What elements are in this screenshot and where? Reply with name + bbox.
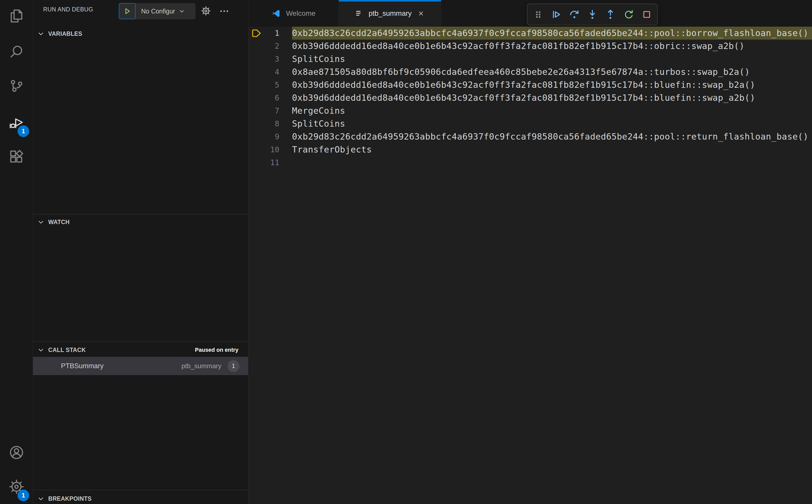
call-stack-frames: PTBSummary ptb_summary 1 (33, 357, 248, 375)
search-icon (8, 43, 25, 61)
code-lines: 1 0xb29d83c26cdd2a64959263abbcfc4a6937f0… (248, 27, 812, 169)
debug-badge: 1 (18, 125, 29, 137)
extensions-icon (8, 148, 25, 166)
line-text: 0x8ae871505a80d8bf6bf9c05906cda6edfeea46… (292, 65, 812, 78)
launch-controls: No Configur (119, 3, 195, 19)
stop-button[interactable] (638, 5, 655, 24)
line-number: 10 (248, 143, 279, 156)
step-over-icon (569, 9, 580, 20)
variables-section-header[interactable]: VARIABLES (33, 26, 248, 41)
tab-welcome-label: Welcome (286, 9, 315, 18)
step-out-icon (605, 9, 616, 20)
line-number: 4 (248, 65, 279, 78)
code-line[interactable]: 11 (248, 156, 812, 169)
run-debug-sidebar: RUN AND DEBUG No Configur VARIABLES (33, 0, 248, 504)
line-number: 9 (248, 130, 279, 143)
restart-button[interactable] (620, 5, 637, 24)
code-line[interactable]: 3 SplitCoins (248, 53, 812, 65)
gripper-icon (532, 9, 544, 20)
watch-section-header[interactable]: WATCH (33, 215, 248, 229)
launch-configuration-dropdown[interactable]: No Configur (136, 3, 195, 19)
code-line[interactable]: 4 0x8ae871505a80d8bf6bf9c05906cda6edfeea… (248, 65, 812, 78)
line-number: 3 (248, 53, 279, 65)
section-divider (33, 341, 248, 342)
line-text: SplitCoins (292, 53, 812, 65)
sidebar-title: RUN AND DEBUG (43, 6, 93, 13)
step-over-button[interactable] (566, 5, 583, 24)
play-icon (123, 7, 131, 15)
gear-icon (201, 6, 211, 16)
call-stack-section-header[interactable]: CALL STACK Paused on entry (33, 343, 248, 357)
launch-configuration-label: No Configur (141, 8, 175, 15)
step-out-button[interactable] (602, 5, 619, 24)
line-number: 2 (248, 40, 279, 53)
code-line[interactable]: 9 0xb29d83c26cdd2a64959263abbcfc4a6937f0… (248, 130, 812, 143)
restart-icon (623, 9, 635, 20)
chevron-down-icon (37, 495, 45, 502)
call-stack-frame[interactable]: PTBSummary ptb_summary 1 (33, 357, 248, 375)
code-line[interactable]: 6 0xb39d6dddedd16ed8a40ce0b1e6b43c92acf0… (248, 91, 812, 104)
toolbar-drag-handle[interactable] (530, 5, 547, 24)
tab-ptb-summary-label: ptb_summary (369, 9, 412, 18)
chevron-down-icon (37, 218, 45, 226)
line-number: 11 (248, 156, 279, 169)
line-number: 7 (248, 104, 279, 117)
continue-button[interactable] (548, 5, 565, 24)
line-number: 6 (248, 91, 279, 104)
activity-item-source-control[interactable] (0, 70, 33, 103)
breakpoints-section-label: BREAKPOINTS (48, 495, 92, 502)
tab-welcome[interactable]: Welcome (248, 0, 339, 27)
ellipsis-icon (219, 6, 229, 16)
editor-area: Welcome ptb_summary (248, 0, 812, 504)
activity-item-settings[interactable]: 1 (0, 471, 33, 504)
code-line[interactable]: 7 MergeCoins (248, 104, 812, 117)
chevron-down-icon (37, 30, 45, 38)
tab-ptb-summary[interactable]: ptb_summary (339, 0, 441, 27)
code-line[interactable]: 1 0xb29d83c26cdd2a64959263abbcfc4a6937f0… (248, 27, 812, 40)
activity-item-run-debug[interactable]: 1 (0, 107, 33, 140)
chevron-down-icon (37, 346, 45, 354)
explorer-icon (8, 8, 25, 25)
activity-item-explorer[interactable] (0, 0, 33, 33)
code-line[interactable]: 10 TransferObjects (248, 143, 812, 156)
vscode-logo-icon (271, 9, 281, 18)
activity-item-extensions[interactable] (0, 141, 33, 174)
line-number: 1 (248, 27, 279, 40)
frame-source: ptb_summary (181, 362, 222, 370)
start-debugging-button[interactable] (119, 3, 136, 19)
frame-name: PTBSummary (61, 362, 104, 370)
chevron-down-icon (178, 8, 185, 14)
source-control-icon (8, 77, 25, 95)
activity-item-account[interactable] (0, 436, 33, 469)
debug-toolbar (527, 4, 658, 25)
close-tab-button[interactable] (417, 9, 425, 18)
code-line[interactable]: 8 SplitCoins (248, 117, 812, 130)
call-stack-section-label: CALL STACK (48, 347, 86, 354)
line-text: 0xb29d83c26cdd2a64959263abbcfc4a6937f0c9… (292, 130, 812, 143)
frame-badge: 1 (227, 360, 239, 372)
line-text: SplitCoins (292, 117, 812, 130)
line-number: 5 (248, 78, 279, 91)
section-divider (33, 214, 248, 214)
views-more-actions-button[interactable] (218, 6, 230, 17)
continue-icon (550, 9, 562, 20)
paused-status-text: Paused on entry (195, 347, 238, 353)
activity-bar: 1 1 (0, 0, 33, 504)
watch-section-label: WATCH (48, 219, 70, 226)
code-line[interactable]: 5 0xb39d6dddedd16ed8a40ce0b1e6b43c92acf0… (248, 78, 812, 91)
line-text: MergeCoins (292, 104, 812, 117)
line-text: TransferObjects (292, 143, 812, 156)
frame-meta: ptb_summary 1 (181, 360, 240, 372)
variables-section-label: VARIABLES (48, 30, 82, 37)
step-into-icon (587, 9, 598, 20)
open-launch-json-button[interactable] (201, 6, 212, 17)
close-icon (418, 10, 424, 17)
account-icon (8, 444, 25, 462)
activity-item-search[interactable] (0, 36, 33, 69)
breakpoints-section-header[interactable]: BREAKPOINTS (33, 491, 248, 504)
line-text: 0xb39d6dddedd16ed8a40ce0b1e6b43c92acf0ff… (292, 91, 812, 104)
step-into-button[interactable] (584, 5, 601, 24)
section-divider (33, 490, 248, 490)
list-file-icon (354, 9, 363, 18)
code-line[interactable]: 2 0xb39d6dddedd16ed8a40ce0b1e6b43c92acf0… (248, 40, 812, 53)
